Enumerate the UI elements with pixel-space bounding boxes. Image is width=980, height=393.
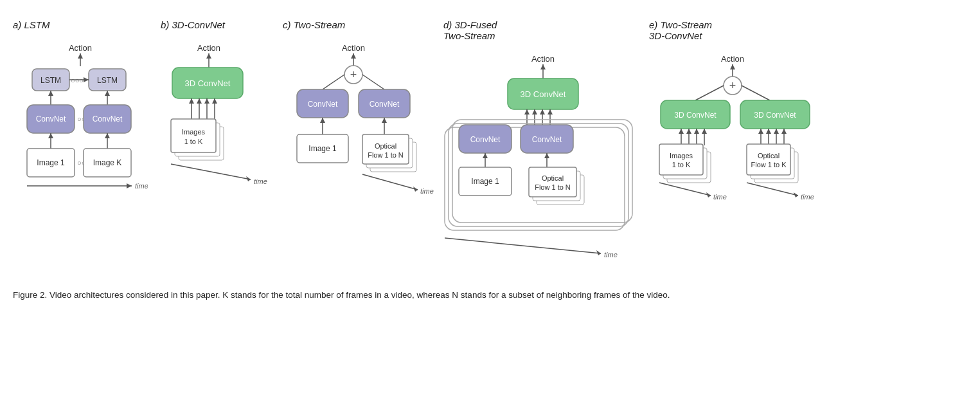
svg-rect-139 <box>659 144 703 175</box>
svg-text:Image 1: Image 1 <box>471 177 499 186</box>
svg-marker-42 <box>212 98 217 104</box>
svg-marker-19 <box>48 133 53 138</box>
svg-text:ConvNet: ConvNet <box>36 114 66 123</box>
svg-marker-78 <box>540 64 546 69</box>
svg-marker-124 <box>686 129 691 134</box>
svg-marker-136 <box>781 129 787 134</box>
svg-text:time: time <box>604 251 618 259</box>
diagram-a: a) LSTM Action LSTM ○○○ LSTM <box>13 19 154 258</box>
svg-text:Flow 1 to K: Flow 1 to K <box>751 161 787 169</box>
svg-marker-86 <box>540 109 545 114</box>
main-container: a) LSTM Action LSTM ○○○ LSTM <box>13 13 967 302</box>
svg-text:Optical: Optical <box>542 174 564 182</box>
diagram-b: b) 3D-ConvNet Action 3D ConvNet <box>161 19 276 258</box>
svg-text:Image 1: Image 1 <box>37 158 65 167</box>
svg-marker-112 <box>730 64 735 69</box>
diagram-a-svg: Action LSTM ○○○ LSTM <box>13 39 148 258</box>
svg-marker-128 <box>702 129 707 134</box>
svg-marker-1 <box>78 53 83 59</box>
svg-marker-8 <box>84 77 89 82</box>
svg-line-57 <box>362 75 384 89</box>
svg-text:time: time <box>713 193 727 201</box>
svg-text:3D ConvNet: 3D ConvNet <box>754 111 796 120</box>
svg-text:time: time <box>420 187 434 195</box>
svg-marker-10 <box>48 91 53 96</box>
svg-text:Action: Action <box>721 54 744 64</box>
svg-text:1 to K: 1 to K <box>184 138 203 145</box>
svg-text:Optical: Optical <box>758 152 780 160</box>
svg-marker-32 <box>206 53 211 59</box>
svg-marker-21 <box>105 133 110 138</box>
svg-text:1 to K: 1 to K <box>672 161 691 169</box>
svg-marker-12 <box>105 91 110 96</box>
svg-marker-88 <box>548 109 553 114</box>
svg-line-56 <box>323 75 344 89</box>
svg-marker-97 <box>483 153 488 158</box>
svg-line-115 <box>695 86 724 100</box>
diagram-e: e) Two-Stream 3D-ConvNet Action + 3D Con… <box>649 19 842 269</box>
svg-text:Images: Images <box>670 152 693 160</box>
svg-marker-82 <box>524 109 530 114</box>
svg-marker-84 <box>532 109 537 114</box>
svg-line-107 <box>445 238 601 253</box>
svg-rect-45 <box>171 119 216 152</box>
diagram-a-title: a) LSTM <box>13 19 50 30</box>
diagram-b-svg: Action 3D ConvNet <box>161 39 276 258</box>
svg-text:Images: Images <box>182 128 206 136</box>
svg-rect-104 <box>529 167 576 197</box>
svg-marker-122 <box>679 129 684 134</box>
svg-text:+: + <box>729 79 736 92</box>
svg-marker-36 <box>189 98 194 104</box>
svg-text:○○○: ○○○ <box>71 77 84 84</box>
svg-text:Action: Action <box>531 54 555 64</box>
svg-text:LSTM: LSTM <box>40 76 61 85</box>
svg-text:ConvNet: ConvNet <box>93 114 123 123</box>
svg-marker-40 <box>204 98 209 104</box>
diagram-d-svg: Action 3D ConvNet <box>443 50 643 269</box>
svg-text:Image K: Image K <box>93 158 122 167</box>
svg-text:3D ConvNet: 3D ConvNet <box>185 78 231 88</box>
svg-marker-126 <box>694 129 699 134</box>
diagram-d-title: d) 3D-Fused Two-Stream <box>443 19 497 41</box>
svg-text:Action: Action <box>197 43 220 53</box>
svg-marker-99 <box>544 153 549 158</box>
svg-rect-144 <box>747 144 790 175</box>
svg-marker-53 <box>351 53 356 59</box>
svg-marker-65 <box>382 118 387 123</box>
svg-marker-63 <box>320 118 325 123</box>
svg-text:Action: Action <box>342 43 365 53</box>
svg-text:time: time <box>135 182 148 190</box>
svg-line-116 <box>742 86 770 100</box>
svg-text:Optical: Optical <box>375 142 396 150</box>
svg-text:time: time <box>801 193 814 201</box>
svg-line-147 <box>659 183 711 196</box>
diagram-d: d) 3D-Fused Two-Stream Action 3D ConvNet <box>443 19 643 269</box>
svg-text:3D ConvNet: 3D ConvNet <box>674 111 717 120</box>
diagram-c: c) Two-Stream Action + ConvNet ConvNet <box>283 19 437 258</box>
svg-marker-132 <box>766 129 771 134</box>
svg-line-48 <box>171 164 251 179</box>
diagram-c-svg: Action + ConvNet ConvNet <box>283 39 437 258</box>
figure-caption: Figure 2. Video architectures considered… <box>13 288 964 302</box>
svg-text:+: + <box>350 68 357 81</box>
svg-text:ConvNet: ConvNet <box>370 100 400 109</box>
svg-text:3D ConvNet: 3D ConvNet <box>521 89 566 99</box>
svg-text:time: time <box>254 178 267 185</box>
svg-line-150 <box>747 183 798 196</box>
svg-text:LSTM: LSTM <box>97 76 118 85</box>
svg-text:ConvNet: ConvNet <box>532 135 562 144</box>
diagrams-row: a) LSTM Action LSTM ○○○ LSTM <box>13 13 967 282</box>
svg-text:ConvNet: ConvNet <box>470 135 501 144</box>
svg-marker-130 <box>758 129 763 134</box>
diagram-c-title: c) Two-Stream <box>283 19 345 30</box>
diagram-e-svg: Action + 3D ConvNet 3D ConvNet <box>649 50 842 269</box>
svg-marker-38 <box>197 98 202 104</box>
svg-text:Image 1: Image 1 <box>308 144 337 153</box>
svg-marker-134 <box>774 129 779 134</box>
svg-text:Flow 1 to N: Flow 1 to N <box>535 183 571 191</box>
svg-text:ConvNet: ConvNet <box>308 100 338 109</box>
svg-line-73 <box>362 174 418 190</box>
diagram-b-title: b) 3D-ConvNet <box>161 19 225 30</box>
svg-text:Flow 1 to N: Flow 1 to N <box>368 151 404 159</box>
action-label-a: Action <box>69 43 92 53</box>
